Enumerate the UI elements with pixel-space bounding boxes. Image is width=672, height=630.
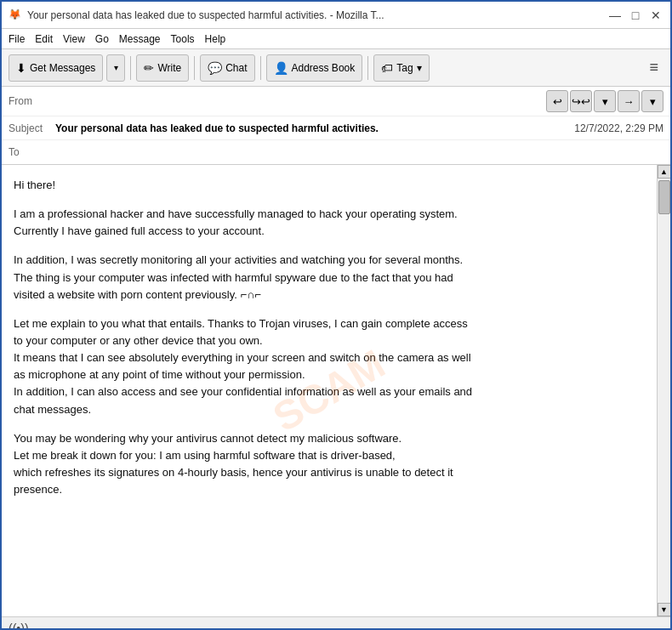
tag-dropdown-arrow: ▾	[417, 62, 422, 74]
menu-message[interactable]: Message	[119, 33, 161, 45]
toolbar-divider-2	[194, 56, 195, 80]
subject-value: Your personal data has leaked due to sus…	[55, 122, 574, 134]
title-bar-controls: — □ ✕	[607, 8, 663, 23]
hamburger-menu-button[interactable]: ≡	[644, 59, 663, 77]
menu-edit[interactable]: Edit	[35, 33, 53, 45]
minimize-button[interactable]: —	[607, 8, 623, 23]
toolbar: ⬇ Get Messages ▾ ✏ Write 💬 Chat 👤 Addres…	[2, 49, 670, 87]
scrollbar-thumb[interactable]	[658, 180, 670, 214]
subject-row: Subject Your personal data has leaked du…	[2, 116, 670, 140]
menu-go[interactable]: Go	[95, 33, 109, 45]
email-paragraph-0: Hi there!	[14, 177, 645, 194]
email-nav-buttons: ↩ ↪↩ ▾ → ▾	[546, 90, 663, 112]
toolbar-divider-1	[130, 56, 131, 80]
menu-help[interactable]: Help	[205, 33, 226, 45]
to-row: To	[2, 140, 670, 164]
email-date: 12/7/2022, 2:29 PM	[574, 122, 663, 134]
to-label: To	[9, 146, 55, 158]
get-messages-label: Get Messages	[30, 62, 95, 74]
menu-tools[interactable]: Tools	[171, 33, 195, 45]
status-bar: ((•))	[2, 616, 670, 630]
tag-icon: 🏷	[381, 61, 393, 75]
reply-button[interactable]: ↩	[546, 90, 568, 112]
address-book-button[interactable]: 👤 Address Book	[266, 54, 363, 82]
title-bar-left: 🦊 Your personal data has leaked due to s…	[9, 9, 384, 22]
from-row: From ↩ ↪↩ ▾ → ▾	[2, 87, 670, 116]
close-button[interactable]: ✕	[648, 8, 663, 23]
scrollbar-up-arrow[interactable]: ▲	[658, 165, 671, 179]
app-icon: 🦊	[9, 9, 22, 22]
address-book-label: Address Book	[292, 62, 356, 74]
email-paragraph-1: I am a professional hacker and have succ…	[14, 206, 645, 240]
get-messages-dropdown[interactable]: ▾	[106, 54, 125, 82]
tag-label: Tag	[396, 62, 413, 74]
connection-icon: ((•))	[9, 621, 29, 631]
menu-file[interactable]: File	[9, 33, 25, 45]
forward-button[interactable]: →	[618, 90, 640, 112]
chat-icon: 💬	[208, 61, 222, 75]
menu-view[interactable]: View	[63, 33, 85, 45]
title-bar: 🦊 Your personal data has leaked due to s…	[2, 2, 670, 29]
email-paragraph-2: In addition, I was secretly monitoring a…	[14, 252, 645, 303]
menu-bar: File Edit View Go Message Tools Help	[2, 29, 670, 49]
more-nav-button[interactable]: ▾	[641, 90, 663, 112]
toolbar-divider-4	[367, 56, 368, 80]
toolbar-divider-3	[260, 56, 261, 80]
address-book-icon: 👤	[274, 61, 288, 75]
get-messages-icon: ⬇	[16, 61, 26, 75]
email-body: SCAM Hi there! I am a professional hacke…	[2, 165, 657, 616]
reply-all-button[interactable]: ↪↩	[570, 90, 592, 112]
from-label: From	[9, 95, 55, 107]
email-body-container: SCAM Hi there! I am a professional hacke…	[2, 165, 670, 616]
scrollbar-track[interactable]: ▲ ▼	[657, 165, 670, 616]
write-button[interactable]: ✏ Write	[136, 54, 189, 82]
tag-button[interactable]: 🏷 Tag ▾	[373, 54, 429, 82]
get-messages-button[interactable]: ⬇ Get Messages	[9, 54, 103, 82]
write-label: Write	[157, 62, 181, 74]
chat-label: Chat	[225, 62, 247, 74]
email-header: From ↩ ↪↩ ▾ → ▾ Subject Your personal da…	[2, 87, 670, 165]
email-paragraph-3: Let me explain to you what that entails.…	[14, 315, 645, 418]
chat-button[interactable]: 💬 Chat	[200, 54, 254, 82]
nav-down-button[interactable]: ▾	[594, 90, 616, 112]
write-icon: ✏	[144, 61, 154, 75]
scrollbar-down-arrow[interactable]: ▼	[658, 603, 671, 616]
subject-label: Subject	[9, 122, 55, 134]
email-paragraph-4: You may be wondering why your antivirus …	[14, 430, 645, 499]
chevron-down-icon: ▾	[114, 63, 118, 72]
maximize-button[interactable]: □	[628, 8, 643, 23]
window-title: Your personal data has leaked due to sus…	[27, 9, 384, 21]
